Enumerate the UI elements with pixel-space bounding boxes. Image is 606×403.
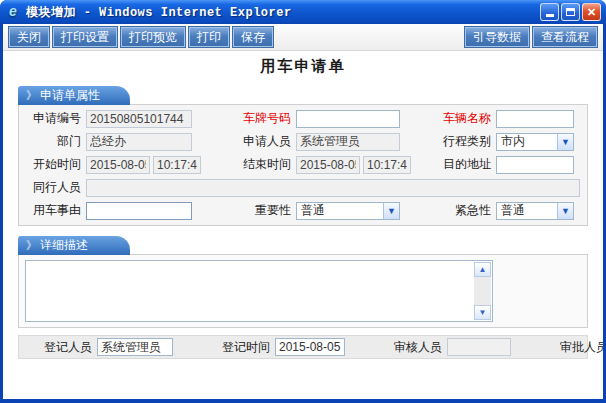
section-tab-properties: 》申请单属性 bbox=[18, 86, 130, 105]
chevron-down-icon[interactable]: ▼ bbox=[383, 203, 399, 219]
register-time-field[interactable] bbox=[275, 338, 345, 356]
scroll-down-icon[interactable]: ▼ bbox=[474, 305, 491, 320]
reviewer-field[interactable] bbox=[447, 338, 511, 356]
page-title: 用车申请单 bbox=[18, 57, 588, 76]
print-preview-button[interactable]: 打印预览 bbox=[121, 27, 185, 47]
end-time-field[interactable] bbox=[363, 156, 411, 174]
chevron-icon: 》 bbox=[26, 239, 37, 251]
minimize-icon bbox=[546, 14, 554, 17]
companions-field[interactable] bbox=[86, 179, 580, 197]
form-content: 用车申请单 》申请单属性 申请编号 车牌号码 车辆名称 部门 申请人员 bbox=[3, 51, 603, 399]
urgency-value: 普通 bbox=[497, 202, 557, 219]
save-button[interactable]: 保存 bbox=[233, 27, 273, 47]
end-date-field[interactable] bbox=[296, 156, 360, 174]
importance-select[interactable]: 普通 ▼ bbox=[296, 202, 400, 220]
destination-field[interactable] bbox=[496, 156, 574, 174]
close-icon: ✕ bbox=[587, 7, 596, 18]
close-button[interactable]: ✕ bbox=[582, 3, 601, 21]
apply-no-field[interactable] bbox=[86, 110, 192, 128]
trip-type-select[interactable]: 市内 ▼ bbox=[496, 133, 574, 151]
print-button[interactable]: 打印 bbox=[189, 27, 229, 47]
vehicle-name-field[interactable] bbox=[496, 110, 574, 128]
registrant-label: 登记人员 bbox=[35, 339, 97, 356]
scroll-up-icon[interactable]: ▲ bbox=[474, 262, 491, 277]
plate-no-field[interactable] bbox=[296, 110, 400, 128]
minimize-button[interactable] bbox=[540, 3, 559, 21]
chevron-icon: 》 bbox=[26, 89, 37, 101]
guide-data-button[interactable]: 引导数据 bbox=[465, 27, 529, 47]
department-label: 部门 bbox=[22, 133, 86, 150]
applicant-field[interactable] bbox=[296, 133, 400, 151]
toolbar: 关闭 打印设置 打印预览 打印 保存 引导数据 查看流程 bbox=[3, 24, 603, 51]
start-time-field[interactable] bbox=[153, 156, 201, 174]
start-time-label: 开始时间 bbox=[22, 156, 86, 173]
apply-no-label: 申请编号 bbox=[22, 110, 86, 127]
trip-type-value: 市内 bbox=[497, 133, 557, 150]
applicant-label: 申请人员 bbox=[200, 133, 296, 150]
approver-label: 审批人员 bbox=[551, 339, 603, 356]
companions-label: 同行人员 bbox=[22, 179, 86, 196]
department-field[interactable] bbox=[86, 133, 192, 151]
section-label: 详细描述 bbox=[40, 238, 88, 252]
importance-value: 普通 bbox=[297, 202, 383, 219]
register-time-label: 登记时间 bbox=[213, 339, 275, 356]
maximize-icon bbox=[566, 8, 575, 16]
destination-label: 目的地址 bbox=[408, 156, 496, 173]
view-flow-button[interactable]: 查看流程 bbox=[533, 27, 597, 47]
reason-field[interactable] bbox=[86, 202, 192, 220]
vehicle-name-label: 车辆名称 bbox=[408, 110, 496, 127]
registrant-field[interactable] bbox=[97, 338, 173, 356]
ie-window: e 模块增加 - Windows Internet Explorer ✕ 关闭 … bbox=[0, 0, 606, 403]
end-time-label: 结束时间 bbox=[200, 156, 296, 173]
urgency-label: 紧急性 bbox=[408, 202, 496, 219]
trip-type-label: 行程类别 bbox=[408, 133, 496, 150]
description-textarea[interactable]: ▲ ▼ bbox=[25, 260, 493, 322]
title-bar: e 模块增加 - Windows Internet Explorer ✕ bbox=[0, 0, 606, 24]
plate-no-label: 车牌号码 bbox=[200, 110, 296, 127]
close-form-button[interactable]: 关闭 bbox=[9, 27, 49, 47]
window-title: 模块增加 - Windows Internet Explorer bbox=[26, 4, 292, 21]
app-frame: 关闭 打印设置 打印预览 打印 保存 引导数据 查看流程 用车申请单 》申请单属… bbox=[3, 24, 603, 399]
start-date-field[interactable] bbox=[86, 156, 150, 174]
ie-icon: e bbox=[5, 4, 21, 20]
reason-label: 用车事由 bbox=[22, 202, 86, 219]
importance-label: 重要性 bbox=[200, 202, 296, 219]
section-tab-description: 》详细描述 bbox=[18, 236, 130, 255]
properties-panel: 申请编号 车牌号码 车辆名称 部门 申请人员 行程类别 市内 bbox=[18, 104, 588, 226]
chevron-down-icon[interactable]: ▼ bbox=[557, 203, 573, 219]
description-panel: ▲ ▼ bbox=[18, 254, 588, 328]
section-label: 申请单属性 bbox=[40, 88, 100, 102]
print-settings-button[interactable]: 打印设置 bbox=[53, 27, 117, 47]
chevron-down-icon[interactable]: ▼ bbox=[557, 134, 573, 150]
footer-strip: 登记人员 登记时间 审核人员 审批人员 bbox=[18, 335, 588, 359]
scrollbar[interactable]: ▲ ▼ bbox=[474, 262, 491, 320]
maximize-button[interactable] bbox=[561, 3, 580, 21]
reviewer-label: 审核人员 bbox=[385, 339, 447, 356]
urgency-select[interactable]: 普通 ▼ bbox=[496, 202, 574, 220]
